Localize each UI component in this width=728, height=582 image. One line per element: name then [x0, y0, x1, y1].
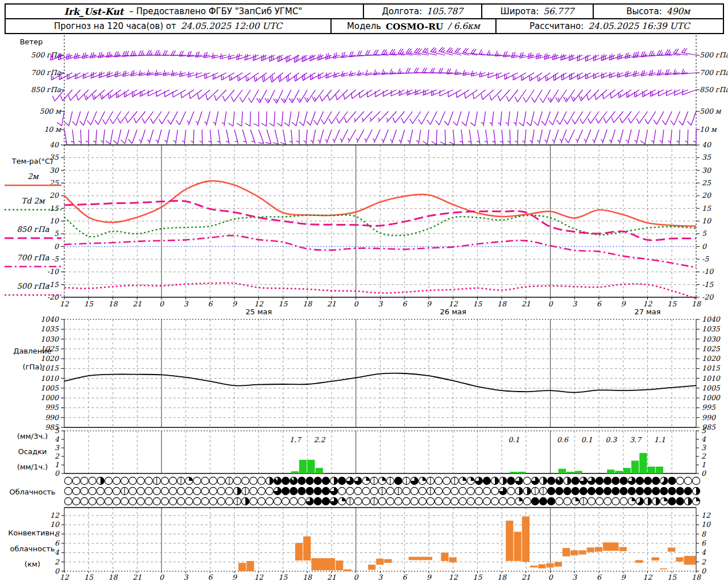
svg-text:12: 12	[50, 511, 60, 519]
meteogram-chart: Ветер500 гПа500 гПа700 гПа700 гПа850 гПа…	[0, 0, 728, 582]
svg-text:3: 3	[572, 300, 577, 308]
precip-unit-3h-label: (мм/3ч.)	[17, 432, 48, 440]
svg-text:0: 0	[159, 573, 164, 581]
convective-bar	[449, 558, 457, 563]
svg-text:2: 2	[55, 558, 60, 566]
convective-bar	[660, 568, 667, 569]
svg-text:15: 15	[84, 573, 94, 581]
convective-bar	[238, 563, 246, 571]
day-label: 27 мая	[634, 307, 660, 316]
precip-bar	[518, 472, 526, 473]
svg-text:-20: -20	[47, 293, 59, 301]
convective-bar	[506, 521, 513, 561]
precip-bar	[566, 472, 574, 473]
convective-bar	[684, 556, 696, 565]
convective-bar	[676, 558, 683, 562]
convective-bar	[546, 563, 553, 567]
svg-text:1040: 1040	[702, 315, 721, 323]
svg-text:3: 3	[55, 443, 60, 452]
svg-text:0: 0	[548, 573, 553, 581]
svg-text:-10: -10	[702, 267, 714, 276]
svg-text:1025: 1025	[702, 344, 721, 353]
svg-text:15: 15	[279, 300, 288, 308]
svg-text:0: 0	[702, 242, 707, 251]
svg-text:0: 0	[354, 573, 359, 581]
convective-bar	[570, 550, 578, 555]
legend-label-4: 700 гПа	[17, 253, 50, 262]
precip-bar	[307, 460, 315, 473]
precip-bar	[623, 468, 631, 473]
svg-text:12: 12	[254, 300, 264, 308]
convective-bar	[376, 559, 383, 565]
precip-3h-sum-label: 0.6	[557, 435, 569, 444]
precip-3h-sum-label: 0.3	[605, 435, 617, 444]
convective-bar	[595, 547, 602, 552]
wind-barbs-row-4	[57, 111, 696, 126]
svg-text:6: 6	[597, 573, 602, 581]
svg-text:990: 990	[45, 413, 59, 422]
svg-text:1015: 1015	[702, 364, 721, 372]
svg-text:4: 4	[701, 548, 706, 556]
precip-bar	[648, 467, 655, 473]
convective-panel-title: Конвективн.	[8, 529, 57, 537]
svg-text:4: 4	[55, 435, 60, 443]
cloud-row-middle	[64, 487, 700, 494]
precipitation-panel-title: Осадки	[18, 447, 47, 456]
svg-text:5: 5	[54, 229, 59, 238]
convective-bar	[578, 550, 586, 554]
time-axis-bottom: 1215182103691215182103691215182103691215…	[60, 573, 701, 581]
wind-level-label-left: 700 гПа	[31, 68, 61, 77]
convective-bar	[652, 558, 659, 561]
svg-text:21: 21	[327, 573, 336, 581]
precip-bar	[656, 467, 663, 473]
svg-text:6: 6	[701, 539, 706, 547]
wind-barbs-row-3	[53, 89, 696, 103]
cloud-row-upper	[64, 477, 700, 484]
svg-text:(км): (км)	[24, 560, 40, 568]
svg-text:-20: -20	[702, 293, 714, 301]
precip-3h-sum-label: 0.1	[581, 435, 593, 444]
wind-panel: Ветер500 гПа500 гПа700 гПа700 гПа850 гПа…	[20, 38, 728, 144]
svg-text:4: 4	[55, 548, 60, 556]
svg-text:20: 20	[49, 191, 59, 199]
svg-text:30: 30	[702, 166, 712, 174]
svg-text:6: 6	[208, 300, 213, 308]
svg-text:8: 8	[55, 530, 60, 538]
legend-label-3: 850 гПа	[17, 225, 50, 234]
svg-text:0: 0	[55, 469, 60, 477]
svg-text:15: 15	[279, 573, 288, 581]
temperature-panel-title: Тем-ра(°C)	[11, 157, 53, 165]
svg-text:0: 0	[55, 567, 60, 575]
svg-text:-10: -10	[47, 267, 59, 276]
svg-text:6: 6	[208, 573, 213, 581]
wind-level-label-right: 850 гПа	[700, 85, 728, 94]
precip-bar	[291, 471, 299, 473]
svg-text:1030: 1030	[702, 335, 721, 343]
svg-text:12: 12	[449, 573, 458, 581]
convective-bar	[619, 547, 627, 551]
svg-text:(гПа): (гПа)	[23, 363, 43, 371]
convective-bar	[384, 559, 392, 563]
svg-text:облачность: облачность	[10, 544, 55, 553]
svg-text:0: 0	[701, 469, 706, 477]
svg-text:18: 18	[692, 573, 701, 581]
convective-panel: Конвективн.облачность(км)002244668810101…	[8, 508, 711, 575]
svg-text:3: 3	[572, 573, 577, 581]
svg-text:15: 15	[667, 300, 677, 308]
svg-text:9: 9	[427, 300, 432, 308]
wind-level-label-right: 500 гПа	[700, 51, 728, 59]
svg-text:3: 3	[378, 573, 383, 581]
svg-text:1020: 1020	[40, 354, 59, 363]
svg-text:0: 0	[548, 300, 553, 308]
svg-text:21: 21	[133, 300, 142, 308]
svg-text:12: 12	[60, 300, 69, 308]
day-label: 25 мая	[246, 307, 272, 316]
svg-text:6: 6	[402, 300, 407, 308]
convective-bar	[344, 569, 351, 571]
svg-text:1015: 1015	[40, 364, 59, 372]
wind-level-label-right: 700 гПа	[700, 68, 728, 77]
svg-text:15: 15	[84, 300, 94, 308]
svg-text:40: 40	[49, 140, 59, 149]
svg-text:1020: 1020	[702, 354, 721, 363]
cloudiness-panel-title: Облачность	[9, 488, 55, 496]
